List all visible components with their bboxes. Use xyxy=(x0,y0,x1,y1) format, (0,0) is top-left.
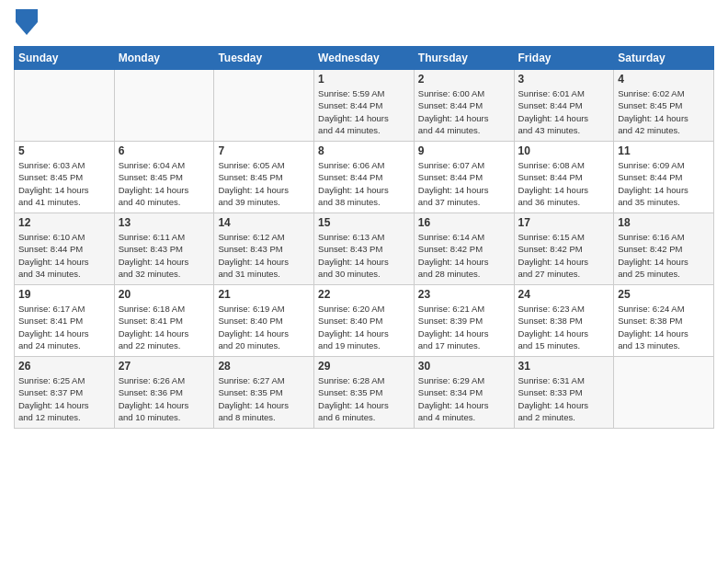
day-number: 7 xyxy=(218,144,310,157)
calendar-cell: 2Sunrise: 6:00 AM Sunset: 8:44 PM Daylig… xyxy=(414,70,514,142)
day-number: 5 xyxy=(18,144,110,157)
day-number: 23 xyxy=(418,288,510,301)
column-header-monday: Monday xyxy=(114,47,214,70)
calendar-cell: 22Sunrise: 6:20 AM Sunset: 8:40 PM Dayli… xyxy=(314,285,415,357)
calendar-cell: 3Sunrise: 6:01 AM Sunset: 8:44 PM Daylig… xyxy=(514,70,614,142)
day-number: 3 xyxy=(518,73,610,86)
svg-marker-0 xyxy=(16,9,38,35)
calendar-cell: 26Sunrise: 6:25 AM Sunset: 8:37 PM Dayli… xyxy=(15,357,115,429)
day-number: 27 xyxy=(119,360,210,373)
day-info: Sunrise: 6:01 AM Sunset: 8:44 PM Dayligh… xyxy=(518,87,610,136)
day-number: 22 xyxy=(318,288,410,301)
day-info: Sunrise: 6:02 AM Sunset: 8:45 PM Dayligh… xyxy=(618,87,710,136)
day-number: 19 xyxy=(18,288,110,301)
day-number: 12 xyxy=(18,216,110,229)
day-info: Sunrise: 6:05 AM Sunset: 8:45 PM Dayligh… xyxy=(218,159,310,208)
day-info: Sunrise: 6:27 AM Sunset: 8:35 PM Dayligh… xyxy=(218,374,310,423)
calendar-cell: 4Sunrise: 6:02 AM Sunset: 8:45 PM Daylig… xyxy=(614,70,714,142)
day-number: 6 xyxy=(119,144,210,157)
calendar-cell xyxy=(214,70,314,142)
day-number: 4 xyxy=(618,73,710,86)
calendar-table: SundayMondayTuesdayWednesdayThursdayFrid… xyxy=(14,46,714,429)
calendar-cell: 19Sunrise: 6:17 AM Sunset: 8:41 PM Dayli… xyxy=(15,285,115,357)
column-header-wednesday: Wednesday xyxy=(314,47,415,70)
calendar-cell: 14Sunrise: 6:12 AM Sunset: 8:43 PM Dayli… xyxy=(214,213,314,285)
week-row-1: 1Sunrise: 5:59 AM Sunset: 8:44 PM Daylig… xyxy=(15,70,714,142)
day-number: 17 xyxy=(518,216,610,229)
calendar-cell xyxy=(114,70,214,142)
calendar-cell: 28Sunrise: 6:27 AM Sunset: 8:35 PM Dayli… xyxy=(214,357,314,429)
day-number: 21 xyxy=(218,288,310,301)
calendar-cell: 23Sunrise: 6:21 AM Sunset: 8:39 PM Dayli… xyxy=(414,285,514,357)
day-info: Sunrise: 6:26 AM Sunset: 8:36 PM Dayligh… xyxy=(119,374,210,423)
day-info: Sunrise: 5:59 AM Sunset: 8:44 PM Dayligh… xyxy=(318,87,410,136)
day-info: Sunrise: 6:14 AM Sunset: 8:42 PM Dayligh… xyxy=(418,231,510,280)
day-info: Sunrise: 6:23 AM Sunset: 8:38 PM Dayligh… xyxy=(518,303,610,351)
calendar-cell: 13Sunrise: 6:11 AM Sunset: 8:43 PM Dayli… xyxy=(114,213,214,285)
day-info: Sunrise: 6:18 AM Sunset: 8:41 PM Dayligh… xyxy=(119,303,210,351)
week-row-2: 5Sunrise: 6:03 AM Sunset: 8:45 PM Daylig… xyxy=(15,142,714,213)
day-number: 18 xyxy=(618,216,710,229)
day-number: 30 xyxy=(418,360,510,373)
day-info: Sunrise: 6:04 AM Sunset: 8:45 PM Dayligh… xyxy=(119,159,210,208)
calendar-cell: 12Sunrise: 6:10 AM Sunset: 8:44 PM Dayli… xyxy=(15,213,115,285)
calendar-cell: 7Sunrise: 6:05 AM Sunset: 8:45 PM Daylig… xyxy=(214,142,314,213)
column-header-friday: Friday xyxy=(514,47,614,70)
day-info: Sunrise: 6:09 AM Sunset: 8:44 PM Dayligh… xyxy=(618,159,710,208)
day-info: Sunrise: 6:17 AM Sunset: 8:41 PM Dayligh… xyxy=(18,303,110,351)
day-info: Sunrise: 6:20 AM Sunset: 8:40 PM Dayligh… xyxy=(318,303,410,351)
day-number: 16 xyxy=(418,216,510,229)
calendar-cell: 5Sunrise: 6:03 AM Sunset: 8:45 PM Daylig… xyxy=(15,142,115,213)
calendar-cell: 25Sunrise: 6:24 AM Sunset: 8:38 PM Dayli… xyxy=(614,285,714,357)
day-number: 20 xyxy=(119,288,210,301)
calendar-cell: 17Sunrise: 6:15 AM Sunset: 8:42 PM Dayli… xyxy=(514,213,614,285)
calendar-cell: 15Sunrise: 6:13 AM Sunset: 8:43 PM Dayli… xyxy=(314,213,415,285)
calendar-cell: 21Sunrise: 6:19 AM Sunset: 8:40 PM Dayli… xyxy=(214,285,314,357)
calendar-cell: 8Sunrise: 6:06 AM Sunset: 8:44 PM Daylig… xyxy=(314,142,415,213)
calendar-cell: 31Sunrise: 6:31 AM Sunset: 8:33 PM Dayli… xyxy=(514,357,614,429)
day-info: Sunrise: 6:07 AM Sunset: 8:44 PM Dayligh… xyxy=(418,159,510,208)
day-number: 14 xyxy=(218,216,310,229)
day-info: Sunrise: 6:00 AM Sunset: 8:44 PM Dayligh… xyxy=(418,87,510,136)
week-row-3: 12Sunrise: 6:10 AM Sunset: 8:44 PM Dayli… xyxy=(15,213,714,285)
day-number: 11 xyxy=(618,144,710,157)
calendar-cell: 1Sunrise: 5:59 AM Sunset: 8:44 PM Daylig… xyxy=(314,70,415,142)
day-number: 9 xyxy=(418,144,510,157)
day-info: Sunrise: 6:12 AM Sunset: 8:43 PM Dayligh… xyxy=(218,231,310,280)
day-info: Sunrise: 6:03 AM Sunset: 8:45 PM Dayligh… xyxy=(18,159,110,208)
day-info: Sunrise: 6:11 AM Sunset: 8:43 PM Dayligh… xyxy=(119,231,210,280)
calendar-cell: 27Sunrise: 6:26 AM Sunset: 8:36 PM Dayli… xyxy=(114,357,214,429)
calendar-cell: 11Sunrise: 6:09 AM Sunset: 8:44 PM Dayli… xyxy=(614,142,714,213)
day-info: Sunrise: 6:28 AM Sunset: 8:35 PM Dayligh… xyxy=(318,374,410,423)
day-number: 28 xyxy=(218,360,310,373)
day-number: 24 xyxy=(518,288,610,301)
day-info: Sunrise: 6:25 AM Sunset: 8:37 PM Dayligh… xyxy=(18,374,110,423)
day-info: Sunrise: 6:13 AM Sunset: 8:43 PM Dayligh… xyxy=(318,231,410,280)
calendar-cell: 20Sunrise: 6:18 AM Sunset: 8:41 PM Dayli… xyxy=(114,285,214,357)
column-header-sunday: Sunday xyxy=(15,47,115,70)
day-info: Sunrise: 6:31 AM Sunset: 8:33 PM Dayligh… xyxy=(518,374,610,423)
day-info: Sunrise: 6:24 AM Sunset: 8:38 PM Dayligh… xyxy=(618,303,710,351)
header xyxy=(14,9,714,39)
week-row-5: 26Sunrise: 6:25 AM Sunset: 8:37 PM Dayli… xyxy=(15,357,714,429)
calendar-cell: 10Sunrise: 6:08 AM Sunset: 8:44 PM Dayli… xyxy=(514,142,614,213)
day-info: Sunrise: 6:06 AM Sunset: 8:44 PM Dayligh… xyxy=(318,159,410,208)
calendar-cell: 30Sunrise: 6:29 AM Sunset: 8:34 PM Dayli… xyxy=(414,357,514,429)
day-info: Sunrise: 6:15 AM Sunset: 8:42 PM Dayligh… xyxy=(518,231,610,280)
day-number: 13 xyxy=(119,216,210,229)
day-info: Sunrise: 6:21 AM Sunset: 8:39 PM Dayligh… xyxy=(418,303,510,351)
day-number: 15 xyxy=(318,216,410,229)
day-info: Sunrise: 6:16 AM Sunset: 8:42 PM Dayligh… xyxy=(618,231,710,280)
calendar-container: SundayMondayTuesdayWednesdayThursdayFrid… xyxy=(0,0,728,563)
day-number: 25 xyxy=(618,288,710,301)
day-number: 29 xyxy=(318,360,410,373)
day-number: 31 xyxy=(518,360,610,373)
calendar-cell xyxy=(15,70,115,142)
calendar-cell: 16Sunrise: 6:14 AM Sunset: 8:42 PM Dayli… xyxy=(414,213,514,285)
day-number: 26 xyxy=(18,360,110,373)
logo xyxy=(14,9,38,39)
day-info: Sunrise: 6:10 AM Sunset: 8:44 PM Dayligh… xyxy=(18,231,110,280)
day-number: 10 xyxy=(518,144,610,157)
week-row-4: 19Sunrise: 6:17 AM Sunset: 8:41 PM Dayli… xyxy=(15,285,714,357)
calendar-cell: 6Sunrise: 6:04 AM Sunset: 8:45 PM Daylig… xyxy=(114,142,214,213)
